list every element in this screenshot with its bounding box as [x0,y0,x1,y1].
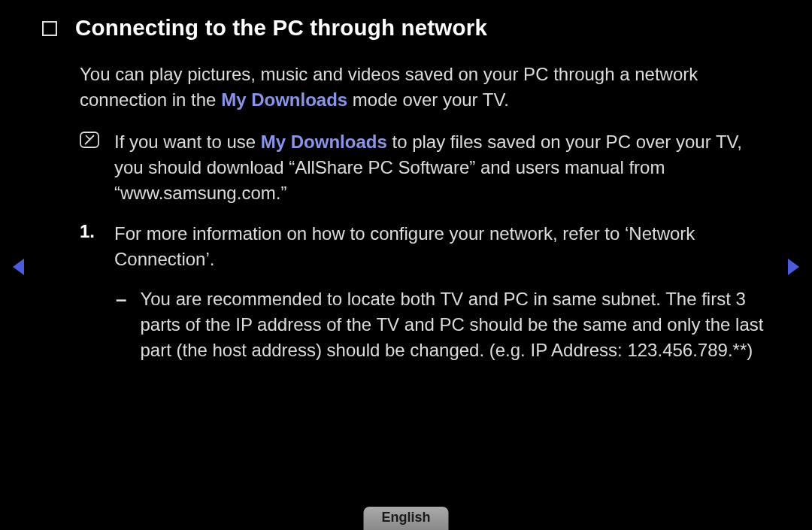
triangle-left-icon [11,257,27,277]
svg-marker-4 [13,259,24,275]
intro-paragraph: You can play pictures, music and videos … [80,62,770,113]
sub-item-text: You are recommended to locate both TV an… [140,286,770,363]
note-row: If you want to use My Downloads to play … [80,129,770,206]
svg-rect-0 [43,22,56,35]
note-pre: If you want to use [114,132,261,152]
next-page-button[interactable] [785,257,801,280]
page-title: Connecting to the PC through network [75,15,487,41]
triangle-right-icon [785,257,801,277]
content-area: Connecting to the PC through network You… [42,15,770,363]
note-icon [80,132,99,148]
language-indicator[interactable]: English [363,507,448,530]
sub-item: – You are recommended to locate both TV … [116,286,770,363]
manual-page: Connecting to the PC through network You… [0,0,812,530]
intro-post: mode over your TV. [347,89,509,110]
square-bullet-icon [42,21,57,36]
intro-highlight: My Downloads [221,89,347,110]
step-text: For more information on how to configure… [114,221,770,272]
note-text: If you want to use My Downloads to play … [114,129,770,206]
dash-marker: – [116,288,126,311]
step-1: 1. For more information on how to config… [80,221,770,272]
svg-marker-5 [788,259,799,275]
body-text: You can play pictures, music and videos … [80,62,770,363]
prev-page-button[interactable] [11,257,27,280]
step-number: 1. [80,221,99,242]
note-highlight: My Downloads [261,132,387,152]
title-row: Connecting to the PC through network [42,15,770,41]
svg-line-3 [86,135,90,140]
